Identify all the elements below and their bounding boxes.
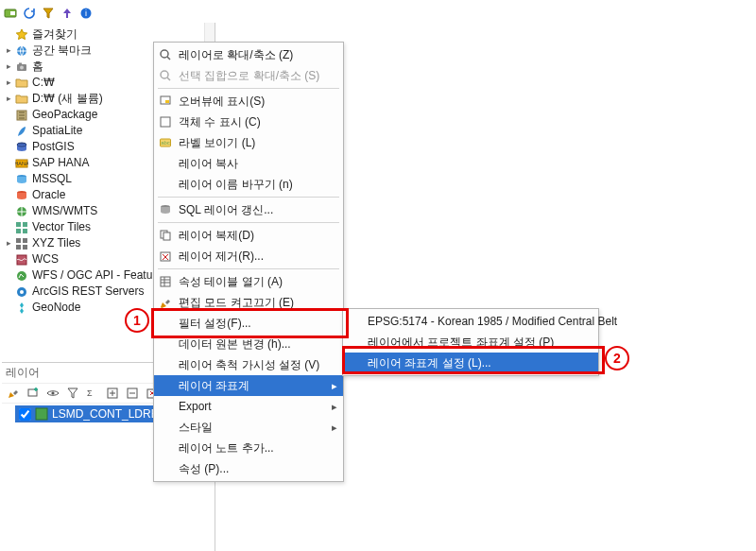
expand-all-icon[interactable] [105,386,120,401]
blank-icon [347,314,362,329]
menu-item-label: SQL 레이어 갱신... [179,202,322,218]
menu-item[interactable]: 객체 수 표시 (C) [154,112,343,132]
menu-item[interactable]: abc라벨 보이기 (L) [154,132,343,153]
menu-item[interactable]: 레이어 노트 추가... [154,438,343,458]
menu-item[interactable]: 레이어 축척 가시성 설정 (V) [154,354,343,375]
menu-item-label: 레이어 제거(R)... [179,249,322,265]
menu-item[interactable]: 스타일 [154,417,343,438]
menu-item[interactable]: 레이어 이름 바꾸기 (n) [154,174,343,195]
svg-point-35 [161,50,168,58]
menu-item-label: 데이터 원본 변경 (h)... [179,336,322,353]
layer-visibility-checkbox[interactable] [19,408,31,421]
arcgis-icon [15,285,28,299]
svg-point-27 [20,290,24,294]
camera-icon [15,60,28,74]
tree-item[interactable]: ▸즐겨찾기 [4,26,213,43]
menu-item[interactable]: 레이어 복사 [154,153,343,174]
submenu-item[interactable]: 레이어에서 프로젝트 좌표계 설정 (P) [343,332,598,353]
wms-icon [15,205,28,218]
edit-icon [158,295,173,310]
overview-icon [158,94,173,109]
tree-item-label: Oracle [32,187,65,203]
label-icon: abc [158,135,173,150]
menu-item[interactable]: 레이어 좌표계 [154,375,343,396]
svg-rect-1 [10,11,15,15]
menu-item-label: 레이어로 확대/축소 (Z) [179,47,322,63]
svg-rect-46 [161,277,170,286]
pg-icon [15,141,28,154]
filter-icon[interactable] [42,7,55,20]
style-icon[interactable] [6,386,21,401]
add-group-icon[interactable] [26,386,41,401]
blank-icon [347,335,362,350]
submenu-item[interactable]: 레이어 좌표계 설정 (L)... [343,353,598,373]
tree-item-label: GeoNode [32,300,80,316]
tree-item-label: SpatiaLite [32,123,82,139]
expand-icon[interactable]: ▸ [4,239,13,249]
wfs-icon [15,269,28,283]
submenu-item-label: 레이어에서 프로젝트 좌표계 설정 (P) [368,335,577,351]
menu-item[interactable]: 레이어 복제(D) [154,225,343,246]
wcs-icon [15,253,28,267]
tree-item-label: XYZ Tiles [32,235,80,251]
menu-item-label: 레이어 좌표계 [179,378,322,394]
tree-item-label: C:₩ [32,75,55,91]
menu-item-label: 오버뷰에 표시(S) [179,94,322,110]
tree-item-label: ArcGIS REST Servers [32,284,144,300]
svg-point-6 [20,65,24,69]
collapse-all-icon[interactable] [125,386,140,401]
annotation-badge-1: 1 [125,308,149,333]
blank-icon [158,440,173,456]
menu-item[interactable]: 레이어로 확대/축소 (Z) [154,44,343,65]
svg-rect-39 [161,117,170,127]
submenu-item[interactable]: EPSG:5174 - Korean 1985 / Modified Centr… [343,311,598,332]
menu-item[interactable]: 레이어 제거(R)... [154,246,343,267]
card-icon[interactable] [4,7,17,20]
expand-icon[interactable]: ▸ [4,46,13,56]
menu-item-label: 레이어 축척 가시성 설정 (V) [179,357,322,373]
menu-item[interactable]: 오버뷰에 표시(S) [154,91,343,112]
menu-item-label: 레이어 이름 바꾸기 (n) [179,177,322,193]
folder-icon [15,77,28,90]
menu-item[interactable]: 데이터 원본 변경 (h)... [154,334,343,354]
menu-item[interactable]: Export [154,396,343,417]
menu-item[interactable]: 편집 모드 켜고끄기 (E) [154,292,343,313]
refresh-icon[interactable] [23,7,36,20]
oracle-icon [15,189,28,202]
arrow-up-icon[interactable] [60,7,74,20]
folder-icon [15,93,28,106]
tree-item-label: GeoPackage [32,107,97,123]
tree-item-label: WMS/WMTS [32,203,97,219]
count-icon [158,114,173,129]
menu-item: 선택 집합으로 확대/축소 (S) [154,65,343,86]
menu-item-label: Export [179,400,322,413]
info-icon[interactable]: i [79,7,93,20]
expand-icon[interactable]: ▸ [4,62,13,72]
menu-item-label: 레이어 복제(D) [179,228,322,244]
blank-icon [158,378,173,393]
table-icon [158,274,173,289]
visibility-icon[interactable] [45,386,60,401]
menu-item[interactable]: SQL 레이어 갱신... [154,199,343,220]
svg-rect-17 [23,222,27,227]
menu-item[interactable]: 속성 (P)... [154,458,343,479]
menu-item[interactable]: 속성 테이블 열기 (A) [154,271,343,292]
filter-icon[interactable] [65,386,80,401]
layer-context-menu: 레이어로 확대/축소 (Z)선택 집합으로 확대/축소 (S)오버뷰에 표시(S… [153,42,344,482]
expand-icon[interactable]: ▸ [4,95,13,104]
blank-icon [158,336,173,352]
expand-icon[interactable]: ▸ [4,78,13,88]
menu-item[interactable]: 필터 설정(F)... [154,313,343,334]
tree-item-label: Vector Tiles [32,219,91,235]
star-icon [15,28,28,42]
menu-item-label: 라벨 보이기 (L) [179,135,322,151]
dup-icon [158,228,173,243]
hana-icon: HANA [15,157,28,170]
menu-item-label: 필터 설정(F)... [179,316,322,332]
menu-separator [158,88,339,89]
expression-icon[interactable]: Σ [85,386,100,401]
tree-item-label: WCS [32,251,59,267]
blank-icon [347,355,362,370]
layer-crs-submenu: EPSG:5174 - Korean 1985 / Modified Centr… [342,308,599,376]
svg-rect-16 [16,222,21,227]
